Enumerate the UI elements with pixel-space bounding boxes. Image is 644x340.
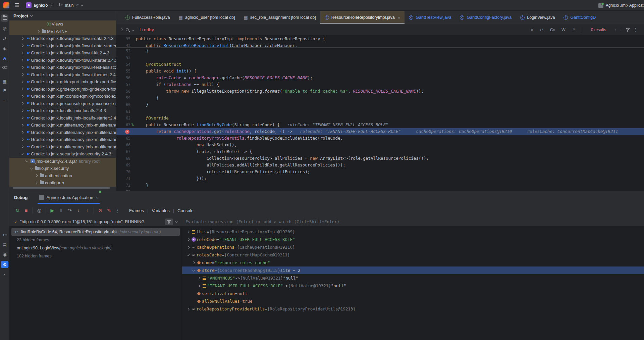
chevron-right-icon[interactable] <box>34 180 39 186</box>
variable-row[interactable]: ProleCode = "TENANT-USER-FULL-ACCESS-ROL… <box>182 236 644 243</box>
code-line[interactable]: 60 } <box>116 101 644 108</box>
tree-item[interactable]: META-INF <box>9 28 116 35</box>
evaluate-expression-input[interactable]: Evaluate expression (Enter) or add a wat… <box>182 217 644 226</box>
commit-tool-icon[interactable]: ◎ <box>1 25 8 32</box>
tree-item[interactable]: Gradle: io.jmix.multitenancy:jmix-multit… <box>9 143 116 151</box>
bookmarks-icon[interactable]: ⚑ <box>1 87 8 94</box>
tree-item[interactable]: Gradle: io.jmix.flowui:jmix-flowui-test-… <box>9 64 116 71</box>
problems-icon[interactable]: ▤ <box>1 241 8 248</box>
stack-frame-row[interactable]: ↩findRoleByCode:64, ResourceRoleReposito… <box>11 228 180 236</box>
variable-row[interactable]: ∞rolesCache = {ConcurrentMapCache@19211} <box>182 251 644 259</box>
tree-item[interactable]: Gradle: io.jmix.localfs:jmix-localfs:2.4… <box>9 107 116 114</box>
code-line[interactable]: 62 @Override <box>116 115 644 122</box>
thread-selector[interactable]: ✓ "http-nio-0.0.0.0-8080-exec-1"@15,151 … <box>9 217 182 226</box>
code-line[interactable]: 59 } <box>116 95 644 101</box>
tree-item[interactable]: authentication <box>9 172 116 180</box>
previous-occurrence-icon[interactable]: ↑ <box>613 28 618 32</box>
chevron-right-icon[interactable] <box>196 277 201 279</box>
editor-tab[interactable]: IFullAccessRole.java <box>121 11 174 24</box>
variable-row[interactable]: "ANONYMOUS" -> {NullValue@19321} "null" <box>182 274 644 282</box>
code-line[interactable]: 54 @PostConstruct <box>116 61 644 68</box>
chevron-right-icon[interactable] <box>185 246 191 248</box>
code-line[interactable]: 56 rolesCache = cacheManager.getCache(RE… <box>116 75 644 81</box>
ai-assistant-icon[interactable]: A <box>1 54 8 62</box>
tree-item[interactable]: IViews <box>9 20 116 28</box>
more-tools-icon[interactable]: ⋯ <box>1 97 8 104</box>
search-input[interactable]: findby <box>139 27 154 32</box>
chevron-down-icon[interactable] <box>29 166 34 171</box>
run-tool-icon[interactable]: ◉ <box>1 251 8 258</box>
resume-icon[interactable]: ▶ <box>48 206 56 214</box>
chevron-down-icon[interactable] <box>24 158 30 164</box>
code-line[interactable]: 35public class ResourceRoleRepositoryImp… <box>116 36 644 42</box>
debug-session-tab[interactable]: Agnicio Jmix Application × <box>36 191 101 204</box>
code-line[interactable]: ✓ return cacheOperations.get(rolesCache,… <box>116 128 644 135</box>
run-configuration-widget[interactable]: Agnicio Jmix Applicatio <box>598 0 644 11</box>
code-line[interactable]: 43 public ResourceRoleRepositoryImpl(Cac… <box>116 42 644 47</box>
chevron-right-icon[interactable] <box>19 57 25 63</box>
tree-item[interactable]: Gradle: io.jmix.flowui:jmix-flowui-data-… <box>9 42 116 50</box>
code-line[interactable]: 58 throw new IllegalStateException(Strin… <box>116 88 644 95</box>
chevron-right-icon[interactable] <box>19 79 25 85</box>
step-over-icon[interactable]: ↷ <box>66 206 74 214</box>
chevron-down-icon[interactable] <box>185 254 191 256</box>
chevron-right-icon[interactable] <box>19 86 25 92</box>
chevron-right-icon[interactable] <box>19 72 25 77</box>
clear-search-icon[interactable]: × <box>529 28 535 32</box>
code-line[interactable]: 57 if (rolesCache == null) { <box>116 81 644 88</box>
tree-item[interactable]: Gradle: io.jmix.localfs:jmix-localfs-sta… <box>9 114 116 122</box>
code-line[interactable]: 61 <box>116 108 644 115</box>
chevron-right-icon[interactable] <box>19 65 25 70</box>
chevron-down-icon[interactable] <box>19 151 25 157</box>
editor-tab[interactable]: ▦agnicio_user [tom local db] <box>174 11 239 24</box>
tree-item[interactable]: Gradle: io.jmix.gridexport:jmix-gridexpo… <box>9 86 116 93</box>
chevron-right-icon[interactable] <box>19 130 25 135</box>
chevron-right-icon[interactable] <box>185 308 191 310</box>
code-line[interactable]: 53 <box>116 54 644 61</box>
variable-row[interactable]: allowNullValues = true <box>182 297 644 305</box>
tree-item[interactable]: Gradle: io.jmix.flowui:jmix-flowui-theme… <box>9 71 116 79</box>
tree-item[interactable]: Gradle: io.jmix.multitenancy:jmix-multit… <box>9 122 116 129</box>
code-line[interactable]: 68 Collection<ResourcePolicy> allPolicie… <box>116 155 644 162</box>
search-icon[interactable] <box>126 28 129 31</box>
code-line[interactable]: 55 public void init() { <box>116 68 644 75</box>
tree-item[interactable]: Gradle: io.jmix.flowui:jmix-flowui-data:… <box>9 35 116 42</box>
next-occurrence-icon[interactable]: ↓ <box>618 28 624 32</box>
variable-row[interactable]: store = {ConcurrentHashMap@19315} size =… <box>182 266 644 274</box>
tree-item[interactable]: Gradle: io.jmix.gridexport:jmix-gridexpo… <box>9 78 116 86</box>
code-line[interactable]: 70 role.setAllResourcePolicies(allPolici… <box>116 168 644 175</box>
debug-view-frames[interactable]: Frames <box>129 208 144 213</box>
tree-item[interactable]: Gradle: io.jmix.multitenancy:jmix-multit… <box>9 129 116 136</box>
chevron-right-icon[interactable] <box>19 101 25 106</box>
editor-tab[interactable]: ▦sec_role_assignment [tom local db] <box>239 11 320 24</box>
editor-tab[interactable]: CGanttConfigD <box>559 11 600 24</box>
breakpoint-icon[interactable]: ✓ <box>125 130 129 134</box>
settings-icon[interactable]: ⚙ <box>1 261 8 268</box>
chevron-right-icon[interactable] <box>191 262 196 264</box>
whole-words-button[interactable]: W <box>560 28 567 32</box>
hamburger-menu-icon[interactable]: ☰ <box>15 2 19 8</box>
code-viewport[interactable]: 52 }5354 @PostConstruct55 public void in… <box>116 48 644 195</box>
project-tool-icon[interactable] <box>1 14 8 22</box>
code-line[interactable]: 69 allPolicies.addAll(childRole.getAllRe… <box>116 162 644 168</box>
users-icon[interactable] <box>1 64 8 72</box>
chevron-right-icon[interactable] <box>19 50 25 56</box>
chevron-right-icon[interactable] <box>19 43 25 48</box>
match-case-button[interactable]: Cc <box>548 28 557 32</box>
endpoints-icon[interactable]: ⊶ <box>1 231 8 238</box>
chevron-right-icon[interactable] <box>19 94 25 99</box>
variable-row[interactable]: this = {ResourceRoleRepositoryImpl@19209… <box>182 228 644 236</box>
tree-item[interactable]: Gradle: io.jmix.flowui:jmix-flowui-start… <box>9 57 116 64</box>
mute-breakpoints-icon[interactable]: ⊘ <box>96 206 104 214</box>
chevron-right-icon[interactable] <box>19 36 25 41</box>
structure-icon[interactable]: ◈ <box>1 45 8 52</box>
chevron-right-icon[interactable] <box>19 123 25 128</box>
rerun-icon[interactable]: ↻ <box>13 206 21 214</box>
editor-tab[interactable]: CResourceRoleRepositoryImpl.java× <box>320 11 405 24</box>
tree-item[interactable]: Gradle: io.jmix.flowui:jmix-flowui-kit:2… <box>9 49 116 57</box>
stop-icon[interactable]: ■ <box>22 206 30 214</box>
filter-icon[interactable] <box>626 28 630 32</box>
close-icon[interactable]: × <box>96 195 98 200</box>
code-line[interactable]: 65 roleRepositoryProviderUtils.findRoleB… <box>116 135 644 142</box>
chevron-right-icon[interactable] <box>19 137 25 142</box>
